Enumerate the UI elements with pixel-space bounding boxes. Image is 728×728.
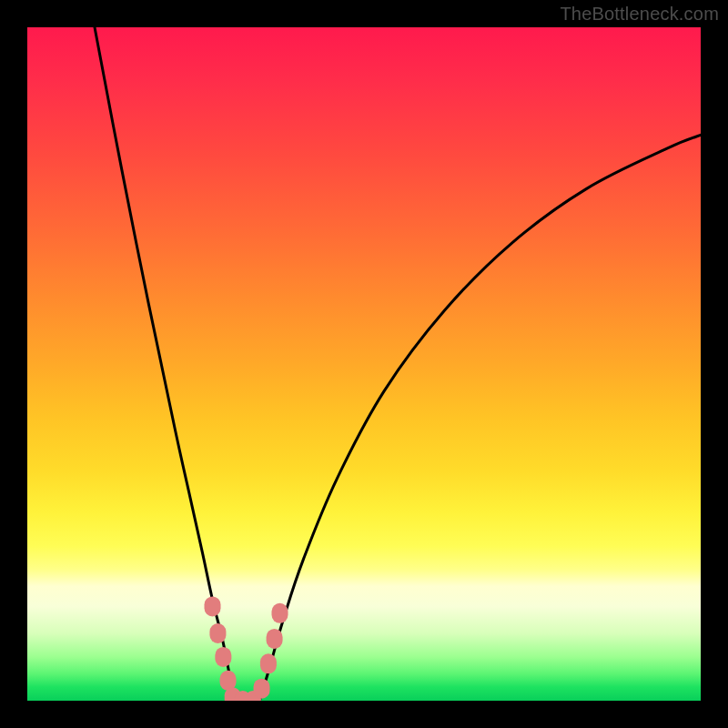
- marker-dot: [215, 647, 231, 667]
- right-branch-curve: [259, 135, 701, 701]
- watermark-text: TheBottleneck.com: [560, 4, 719, 25]
- marker-dot: [260, 653, 277, 673]
- plot-area: [27, 27, 701, 701]
- marker-dot: [267, 629, 283, 649]
- chart-frame: TheBottleneck.com: [0, 0, 728, 728]
- marker-dot: [272, 603, 288, 623]
- marker-dot: [254, 679, 270, 699]
- marker-dot: [205, 596, 221, 616]
- marker-dot: [209, 623, 226, 643]
- valley-markers: [205, 596, 288, 701]
- curves-svg: [27, 27, 701, 701]
